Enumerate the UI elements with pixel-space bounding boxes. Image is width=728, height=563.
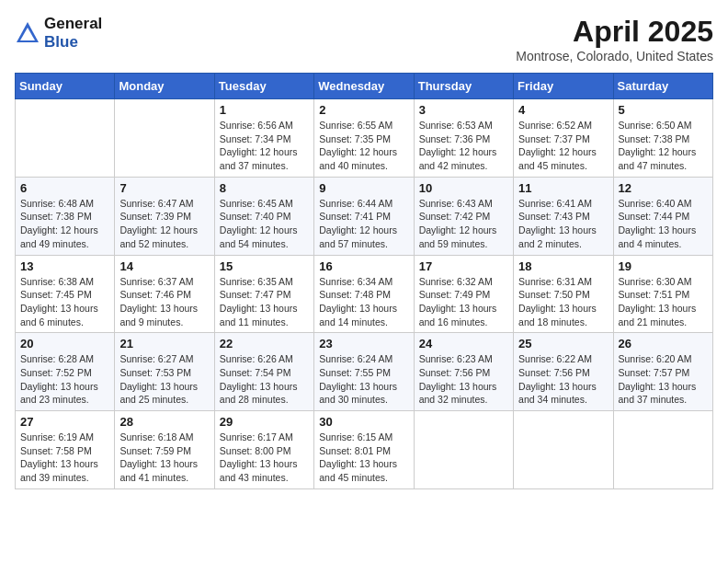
day-info: Sunrise: 6:41 AM Sunset: 7:43 PM Dayligh… [518,197,608,251]
logo-blue: Blue [44,33,102,52]
day-number: 25 [518,337,608,350]
page-header: General Blue April 2025 Montrose, Colora… [15,15,713,63]
calendar-cell: 25Sunrise: 6:22 AM Sunset: 7:56 PM Dayli… [514,333,613,411]
day-info: Sunrise: 6:24 AM Sunset: 7:55 PM Dayligh… [319,352,408,407]
day-number: 15 [220,259,309,273]
day-number: 29 [220,415,309,429]
day-info: Sunrise: 6:18 AM Sunset: 7:59 PM Dayligh… [119,431,209,485]
weekday-header-tuesday: Tuesday [214,74,313,99]
calendar-cell: 7Sunrise: 6:47 AM Sunset: 7:39 PM Daylig… [115,177,214,255]
day-info: Sunrise: 6:17 AM Sunset: 8:00 PM Dayligh… [220,431,309,485]
calendar-cell [16,99,115,178]
day-info: Sunrise: 6:20 AM Sunset: 7:57 PM Dayligh… [619,352,708,407]
title-area: April 2025 Montrose, Colorado, United St… [516,15,713,63]
weekday-header-saturday: Saturday [613,74,712,99]
day-info: Sunrise: 6:47 AM Sunset: 7:39 PM Dayligh… [119,197,209,251]
calendar-cell: 12Sunrise: 6:40 AM Sunset: 7:44 PM Dayli… [613,177,712,255]
calendar-cell: 27Sunrise: 6:19 AM Sunset: 7:58 PM Dayli… [16,411,115,489]
logo: General Blue [15,15,102,52]
day-number: 13 [20,259,109,273]
day-info: Sunrise: 6:56 AM Sunset: 7:34 PM Dayligh… [220,119,309,173]
calendar-cell: 29Sunrise: 6:17 AM Sunset: 8:00 PM Dayli… [214,411,313,489]
day-number: 11 [518,181,608,195]
day-number: 8 [220,181,309,195]
day-number: 6 [20,181,109,195]
calendar-cell: 23Sunrise: 6:24 AM Sunset: 7:55 PM Dayli… [314,333,414,411]
calendar-cell: 22Sunrise: 6:26 AM Sunset: 7:54 PM Dayli… [214,333,313,411]
day-number: 28 [119,415,209,429]
calendar-week-row: 13Sunrise: 6:38 AM Sunset: 7:45 PM Dayli… [16,255,713,333]
calendar-cell: 24Sunrise: 6:23 AM Sunset: 7:56 PM Dayli… [414,333,513,411]
calendar-cell [514,411,613,489]
day-info: Sunrise: 6:35 AM Sunset: 7:47 PM Dayligh… [220,275,309,329]
day-info: Sunrise: 6:31 AM Sunset: 7:50 PM Dayligh… [518,275,608,329]
calendar-cell: 18Sunrise: 6:31 AM Sunset: 7:50 PM Dayli… [514,255,613,333]
day-number: 7 [119,181,209,195]
calendar-cell: 1Sunrise: 6:56 AM Sunset: 7:34 PM Daylig… [214,99,313,178]
day-number: 23 [319,337,408,350]
day-number: 26 [619,337,708,350]
calendar-week-row: 6Sunrise: 6:48 AM Sunset: 7:38 PM Daylig… [16,177,713,255]
calendar-cell: 16Sunrise: 6:34 AM Sunset: 7:48 PM Dayli… [314,255,414,333]
day-info: Sunrise: 6:32 AM Sunset: 7:49 PM Dayligh… [419,275,508,329]
day-info: Sunrise: 6:55 AM Sunset: 7:35 PM Dayligh… [319,119,408,173]
calendar-cell: 20Sunrise: 6:28 AM Sunset: 7:52 PM Dayli… [16,333,115,411]
weekday-header-sunday: Sunday [16,74,115,99]
month-title: April 2025 [516,15,713,49]
calendar-cell: 21Sunrise: 6:27 AM Sunset: 7:53 PM Dayli… [115,333,214,411]
day-number: 30 [319,415,408,429]
location-title: Montrose, Colorado, United States [516,49,713,63]
logo-general: General [44,15,102,33]
calendar-cell: 9Sunrise: 6:44 AM Sunset: 7:41 PM Daylig… [314,177,414,255]
logo-icon [15,20,40,46]
calendar-cell: 2Sunrise: 6:55 AM Sunset: 7:35 PM Daylig… [314,99,414,178]
day-number: 18 [518,259,608,273]
calendar-cell: 10Sunrise: 6:43 AM Sunset: 7:42 PM Dayli… [414,177,513,255]
calendar-cell: 14Sunrise: 6:37 AM Sunset: 7:46 PM Dayli… [115,255,214,333]
calendar-cell: 28Sunrise: 6:18 AM Sunset: 7:59 PM Dayli… [115,411,214,489]
day-number: 19 [619,259,708,273]
day-number: 12 [619,181,708,195]
weekday-header-friday: Friday [514,74,613,99]
day-info: Sunrise: 6:28 AM Sunset: 7:52 PM Dayligh… [20,352,109,407]
day-info: Sunrise: 6:53 AM Sunset: 7:36 PM Dayligh… [419,119,508,173]
calendar-cell: 17Sunrise: 6:32 AM Sunset: 7:49 PM Dayli… [414,255,513,333]
day-info: Sunrise: 6:23 AM Sunset: 7:56 PM Dayligh… [419,352,508,407]
day-number: 22 [220,337,309,350]
calendar-cell: 26Sunrise: 6:20 AM Sunset: 7:57 PM Dayli… [613,333,712,411]
weekday-header-wednesday: Wednesday [314,74,414,99]
day-number: 3 [419,103,508,117]
day-info: Sunrise: 6:15 AM Sunset: 8:01 PM Dayligh… [319,431,408,485]
day-number: 24 [419,337,508,350]
calendar-cell: 30Sunrise: 6:15 AM Sunset: 8:01 PM Dayli… [314,411,414,489]
day-number: 27 [20,415,109,429]
day-info: Sunrise: 6:30 AM Sunset: 7:51 PM Dayligh… [619,275,708,329]
calendar-cell: 13Sunrise: 6:38 AM Sunset: 7:45 PM Dayli… [16,255,115,333]
calendar-week-row: 1Sunrise: 6:56 AM Sunset: 7:34 PM Daylig… [16,99,713,178]
day-info: Sunrise: 6:52 AM Sunset: 7:37 PM Dayligh… [518,119,608,173]
calendar-cell: 5Sunrise: 6:50 AM Sunset: 7:38 PM Daylig… [613,99,712,178]
day-number: 4 [518,103,608,117]
day-info: Sunrise: 6:34 AM Sunset: 7:48 PM Dayligh… [319,275,408,329]
logo-text: General Blue [44,15,102,52]
calendar-cell: 4Sunrise: 6:52 AM Sunset: 7:37 PM Daylig… [514,99,613,178]
day-number: 5 [619,103,708,117]
day-info: Sunrise: 6:37 AM Sunset: 7:46 PM Dayligh… [119,275,209,329]
day-info: Sunrise: 6:22 AM Sunset: 7:56 PM Dayligh… [518,352,608,407]
day-info: Sunrise: 6:27 AM Sunset: 7:53 PM Dayligh… [119,352,209,407]
calendar-cell [613,411,712,489]
day-info: Sunrise: 6:44 AM Sunset: 7:41 PM Dayligh… [319,197,408,251]
calendar-cell: 8Sunrise: 6:45 AM Sunset: 7:40 PM Daylig… [214,177,313,255]
weekday-header-row: SundayMondayTuesdayWednesdayThursdayFrid… [16,74,713,99]
day-number: 16 [319,259,408,273]
calendar-table: SundayMondayTuesdayWednesdayThursdayFrid… [15,73,713,489]
day-info: Sunrise: 6:26 AM Sunset: 7:54 PM Dayligh… [220,352,309,407]
day-number: 20 [20,337,109,350]
day-number: 21 [119,337,209,350]
day-info: Sunrise: 6:38 AM Sunset: 7:45 PM Dayligh… [20,275,109,329]
day-info: Sunrise: 6:40 AM Sunset: 7:44 PM Dayligh… [619,197,708,251]
day-info: Sunrise: 6:48 AM Sunset: 7:38 PM Dayligh… [20,197,109,251]
calendar-cell: 19Sunrise: 6:30 AM Sunset: 7:51 PM Dayli… [613,255,712,333]
day-number: 10 [419,181,508,195]
calendar-week-row: 27Sunrise: 6:19 AM Sunset: 7:58 PM Dayli… [16,411,713,489]
